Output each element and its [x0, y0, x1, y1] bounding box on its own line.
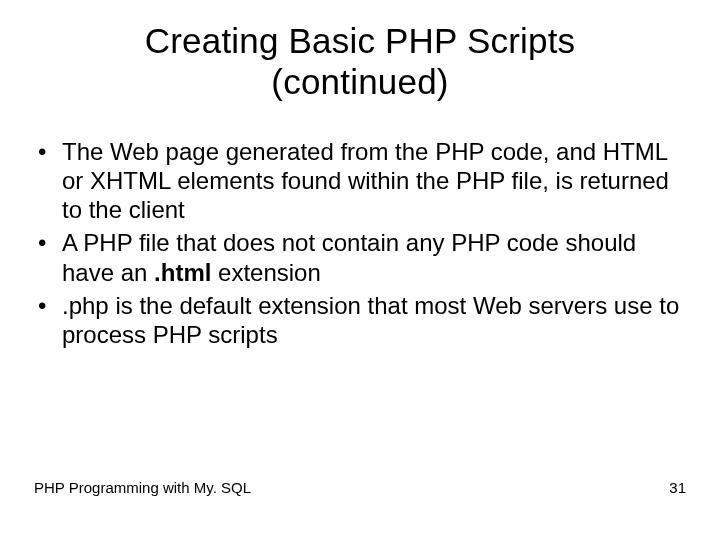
- bullet-text: The Web page generated from the PHP code…: [62, 138, 669, 224]
- bullet-text: .php is the default extension that most …: [62, 292, 679, 348]
- slide-footer: PHP Programming with My. SQL 31: [34, 479, 686, 496]
- bullet-list: The Web page generated from the PHP code…: [34, 137, 686, 350]
- slide-body: The Web page generated from the PHP code…: [0, 103, 720, 350]
- title-line-1: Creating Basic PHP Scripts: [145, 21, 576, 60]
- bullet-text-pre: A PHP file that does not contain any PHP…: [62, 229, 636, 285]
- slide: Creating Basic PHP Scripts (continued) T…: [0, 0, 720, 540]
- list-item: .php is the default extension that most …: [34, 291, 686, 350]
- footer-left: PHP Programming with My. SQL: [34, 479, 251, 496]
- title-line-2: (continued): [271, 62, 448, 101]
- bullet-text-post: extension: [211, 259, 320, 286]
- list-item: The Web page generated from the PHP code…: [34, 137, 686, 225]
- bullet-text-bold: .html: [154, 259, 211, 286]
- slide-title: Creating Basic PHP Scripts (continued): [0, 0, 720, 103]
- list-item: A PHP file that does not contain any PHP…: [34, 228, 686, 287]
- page-number: 31: [669, 479, 686, 496]
